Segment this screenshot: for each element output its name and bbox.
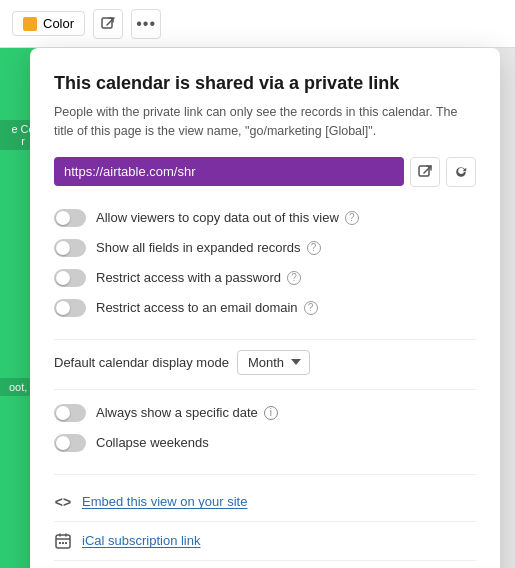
svg-rect-3 bbox=[59, 542, 61, 544]
embed-action-row[interactable]: <> Embed this view on your site bbox=[54, 483, 476, 522]
svg-rect-5 bbox=[65, 542, 67, 544]
toggle-email-domain: Restrict access to an email domain ? bbox=[54, 293, 476, 323]
display-mode-row: Default calendar display mode Month Week… bbox=[54, 339, 476, 390]
share-icon-button[interactable] bbox=[93, 9, 123, 39]
disable-action-row[interactable]: ✕ Disable shared view link bbox=[54, 561, 476, 568]
toggle-password-switch[interactable] bbox=[54, 269, 86, 287]
embed-icon: <> bbox=[54, 493, 72, 511]
toggle-section: Allow viewers to copy data out of this v… bbox=[54, 203, 476, 323]
toggle-collapse-weekends: Collapse weekends bbox=[54, 428, 476, 458]
help-icon-copy[interactable]: ? bbox=[345, 211, 359, 225]
toggle-show-fields-label: Show all fields in expanded records ? bbox=[96, 240, 321, 255]
toggle-copy-data-label: Allow viewers to copy data out of this v… bbox=[96, 210, 359, 225]
ical-action-row[interactable]: iCal subscription link bbox=[54, 522, 476, 561]
help-icon-email[interactable]: ? bbox=[304, 301, 318, 315]
toggle-password: Restrict access with a password ? bbox=[54, 263, 476, 293]
share-url-input[interactable] bbox=[54, 157, 404, 186]
modal-title: This calendar is shared via a private li… bbox=[54, 72, 476, 95]
more-icon: ••• bbox=[136, 15, 156, 33]
svg-rect-0 bbox=[102, 18, 112, 28]
toggle-collapse-weekends-label: Collapse weekends bbox=[96, 435, 209, 450]
toggle-password-label: Restrict access with a password ? bbox=[96, 270, 301, 285]
calendar-icon bbox=[54, 532, 72, 550]
toggle-show-fields: Show all fields in expanded records ? bbox=[54, 233, 476, 263]
ical-label: iCal subscription link bbox=[82, 533, 201, 548]
svg-rect-2 bbox=[56, 535, 70, 548]
toggle-specific-date-label: Always show a specific date i bbox=[96, 405, 278, 420]
copy-link-button[interactable] bbox=[410, 157, 440, 187]
svg-rect-1 bbox=[419, 166, 429, 176]
toggle-collapse-weekends-switch[interactable] bbox=[54, 434, 86, 452]
toggle-specific-date-switch[interactable] bbox=[54, 404, 86, 422]
refresh-link-button[interactable] bbox=[446, 157, 476, 187]
toggle-specific-date: Always show a specific date i bbox=[54, 398, 476, 428]
divider bbox=[54, 474, 476, 475]
color-button[interactable]: Color bbox=[12, 11, 85, 36]
svg-rect-4 bbox=[62, 542, 64, 544]
toggle-email-domain-switch[interactable] bbox=[54, 299, 86, 317]
share-modal: This calendar is shared via a private li… bbox=[30, 48, 500, 568]
help-icon-password[interactable]: ? bbox=[287, 271, 301, 285]
url-row bbox=[54, 157, 476, 187]
toggle-copy-data: Allow viewers to copy data out of this v… bbox=[54, 203, 476, 233]
toggle-show-fields-switch[interactable] bbox=[54, 239, 86, 257]
top-bar: Color ••• bbox=[0, 0, 515, 48]
color-swatch bbox=[23, 17, 37, 31]
color-label: Color bbox=[43, 16, 74, 31]
display-mode-select[interactable]: Month Week Day bbox=[237, 350, 310, 375]
modal-description: People with the private link can only se… bbox=[54, 103, 476, 141]
info-icon-date[interactable]: i bbox=[264, 406, 278, 420]
embed-label: Embed this view on your site bbox=[82, 494, 247, 509]
extra-toggle-section: Always show a specific date i Collapse w… bbox=[54, 398, 476, 458]
toggle-copy-data-switch[interactable] bbox=[54, 209, 86, 227]
help-icon-fields[interactable]: ? bbox=[307, 241, 321, 255]
toggle-email-domain-label: Restrict access to an email domain ? bbox=[96, 300, 318, 315]
display-mode-label: Default calendar display mode bbox=[54, 355, 229, 370]
more-options-button[interactable]: ••• bbox=[131, 9, 161, 39]
